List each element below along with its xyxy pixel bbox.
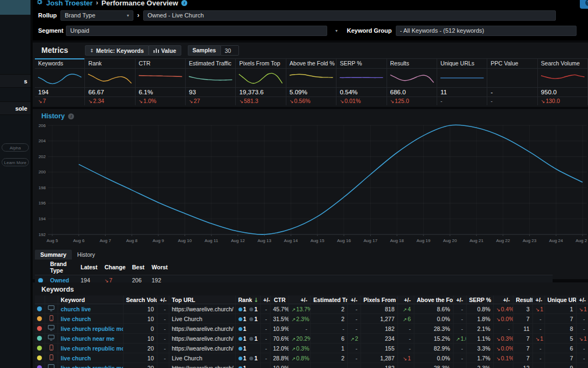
column-header-keyword[interactable]: Keyword <box>58 295 123 304</box>
info-icon[interactable]: i <box>181 0 187 6</box>
cell-serp_change: - <box>493 324 513 334</box>
metric-card-ctr[interactable]: CTR6.1%↘1.0% <box>136 59 186 105</box>
column-header-atf_change[interactable]: +/- <box>453 295 466 304</box>
column-header-pixels_from_top[interactable]: Pixels From Top <box>360 295 397 304</box>
cell-above_fold: 28.3% <box>414 324 453 334</box>
partial-topright-button[interactable]: ? A <box>580 0 588 9</box>
metric-sparkline <box>336 69 386 87</box>
sidebar-active-item[interactable] <box>0 0 30 15</box>
segment-input[interactable] <box>66 26 327 36</box>
top-url-text[interactable]: https://wearelive.church/ <box>172 345 234 352</box>
sort-desc-icon[interactable]: ↓ <box>254 297 259 303</box>
svg-text:Aug 20: Aug 20 <box>443 238 457 243</box>
column-header-results[interactable]: Results <box>513 295 532 304</box>
metric-card-above-the-fold-[interactable]: Above the Fold %5.09%↘0.56% <box>286 59 336 105</box>
bar-chart-icon <box>154 47 159 54</box>
column-header-search_volume[interactable]: Search Volume <box>123 295 157 304</box>
column-header-rank_change[interactable]: +/- <box>260 295 270 304</box>
metric-change: - <box>487 96 537 105</box>
keyword-link[interactable]: live church republic mo <box>61 365 124 368</box>
trend-down-value: ↘1.0% <box>139 98 156 104</box>
keyword-link[interactable]: live church near me <box>61 335 115 342</box>
learn-more-button[interactable]: Learn More <box>2 158 29 166</box>
mobile-rank-dot <box>249 317 253 321</box>
cell-dot <box>35 324 45 334</box>
cell-et_change: - <box>347 353 360 363</box>
column-header-serp_change[interactable]: +/- <box>493 295 513 304</box>
rollup-value-input[interactable] <box>143 10 556 21</box>
column-header-res_change[interactable]: +/- <box>532 295 544 304</box>
cell-pixels_from_top: 182 <box>360 324 397 334</box>
trend-down-value: ↘0.3% <box>497 335 513 342</box>
page-title: Performance Overview <box>101 0 178 7</box>
cell-unique_urls: 1 <box>544 304 576 314</box>
cell-search_volume: 10 <box>123 353 157 363</box>
breadcrumb-parent-link[interactable]: Josh Troester <box>46 0 93 7</box>
samples-input[interactable] <box>220 45 239 56</box>
sidebar-item-console[interactable]: sole <box>0 101 30 115</box>
value-toggle-button[interactable]: Value <box>149 45 181 56</box>
history-panel: History i 192194196198200202204206Aug 5A… <box>33 109 588 279</box>
desktop-rank-dot <box>238 317 242 321</box>
keyword-link[interactable]: live church <box>61 316 91 322</box>
metric-card-unique-urls[interactable]: Unique URLs11- <box>437 59 487 105</box>
tab-history[interactable]: History <box>72 250 101 260</box>
keyword-link[interactable]: live church <box>61 355 91 361</box>
keyword-dot <box>37 306 42 311</box>
column-header-ctr[interactable]: CTR <box>270 295 289 304</box>
top-url-text[interactable]: https://wearelive.church/ <box>172 335 234 342</box>
keyword-group-input[interactable] <box>396 26 577 36</box>
column-header-ctr_change[interactable]: +/- <box>289 295 310 304</box>
keyword-link[interactable]: church live <box>61 306 91 312</box>
top-url-text[interactable]: https://wearelive.church/ <box>172 306 234 312</box>
cell-above_fold: 0.0% <box>414 353 453 363</box>
desktop-rank-dot <box>238 327 242 331</box>
column-header-sv_change[interactable]: +/- <box>157 295 169 304</box>
gear-icon[interactable] <box>36 0 43 7</box>
keyword-link[interactable]: live church republic mo near me <box>61 325 124 332</box>
tab-summary[interactable]: Summary <box>35 250 72 260</box>
trend-up-value: ↗0.8% <box>292 355 309 361</box>
top-header-area: Josh Troester › Performance Overview i ?… <box>33 0 588 40</box>
metric-card-search-volume[interactable]: Search Volume950.0↘130.0 <box>538 59 588 105</box>
info-icon[interactable]: i <box>68 113 74 119</box>
metric-card-serp-[interactable]: SERP %0.54%↘0.01% <box>336 59 387 105</box>
mobile-rank-dot <box>249 307 253 311</box>
trend-down-value: ↘0.01% <box>340 98 360 104</box>
trend-up-value: ↗4 <box>403 306 411 312</box>
metric-card-label: Keywords <box>35 59 84 69</box>
sidebar-item-keywords[interactable]: s <box>0 74 30 88</box>
column-header-et_change[interactable]: +/- <box>347 295 360 304</box>
metric-card-keywords[interactable]: Keywords194↘7 <box>35 59 85 105</box>
trend-down-value: ↘0.1% <box>497 355 513 361</box>
keywords-panel: Keywords KeywordSearch Volume+/-Top URLR… <box>33 282 588 368</box>
chevron-down-icon[interactable]: ▾ <box>335 28 338 33</box>
trend-up-icon: ↗ <box>292 336 296 342</box>
metric-card-pixels-from-top[interactable]: Pixels From Top19,373.6↘581.3 <box>236 59 286 105</box>
cell-rank: 1 <box>235 343 260 353</box>
column-header-dot[interactable] <box>35 295 45 304</box>
top-url-text[interactable]: https://wearelive.church/ <box>172 365 234 368</box>
rollup-type-select[interactable]: Brand Type ▾ <box>60 10 133 21</box>
metric-select-button[interactable]: ↕ Metric: Keywords <box>85 45 149 56</box>
trend-down-icon: ↘ <box>579 307 584 312</box>
keyword-link[interactable]: live church republic mo <box>61 345 124 352</box>
cell-uu_change: - <box>576 343 588 353</box>
column-header-device[interactable] <box>45 295 58 304</box>
column-header-px_change[interactable]: +/- <box>397 295 414 304</box>
metric-card-estimated-traffic[interactable]: Estimated Traffic93↘27 <box>186 59 236 105</box>
column-header-above_fold[interactable]: Above the Fold % <box>414 295 453 304</box>
trend-up-value: ↗13.7% <box>292 306 311 312</box>
metric-card-results[interactable]: Results686.0↘125.0 <box>387 59 437 105</box>
column-header-rank[interactable]: Rank ↓ <box>235 295 260 304</box>
column-header-est_traffic[interactable]: Estimated Traffic <box>310 295 347 304</box>
cell-device <box>45 304 58 314</box>
top-url-text[interactable]: https://wearelive.church/ <box>172 325 234 332</box>
column-header-unique_urls[interactable]: Unique URLs <box>544 295 576 304</box>
column-header-serp[interactable]: SERP % <box>466 295 493 304</box>
column-header-uu_change[interactable]: +/- <box>576 295 588 304</box>
cell-rank: 11 <box>235 314 260 324</box>
metric-card-rank[interactable]: Rank66.67↘2.34 <box>85 59 135 105</box>
metric-card-ppc-value[interactable]: PPC Value-- <box>487 59 537 105</box>
column-header-top_url[interactable]: Top URL <box>169 295 235 304</box>
